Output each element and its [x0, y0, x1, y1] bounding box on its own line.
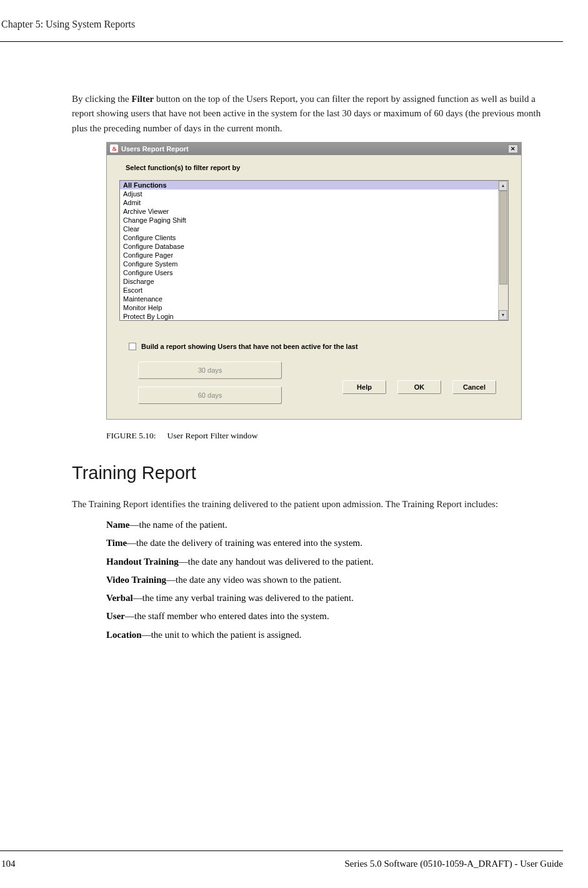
training-intro: The Training Report identifies the train… [72, 497, 547, 512]
sixty-days-button[interactable]: 60 days [138, 386, 282, 404]
scroll-down-icon[interactable]: ▾ [499, 310, 507, 320]
cancel-button[interactable]: Cancel [452, 380, 496, 394]
defn-desc: —the date the delivery of training was e… [127, 538, 362, 548]
ok-button[interactable]: OK [397, 380, 441, 394]
list-item[interactable]: Maintenance [120, 295, 498, 303]
dialog-bottom-row: 30 days 60 days Help OK Cancel [119, 361, 509, 410]
defn-desc: —the name of the patient. [130, 520, 227, 530]
figure-text: User Report Filter window [167, 431, 258, 440]
defn-term: User [106, 611, 125, 621]
list-item[interactable]: All Functions [120, 181, 498, 189]
filter-label: Select function(s) to filter report by [126, 164, 509, 171]
list-item[interactable]: Configure System [120, 260, 498, 268]
page-content: By clicking the Filter button on the top… [0, 92, 563, 642]
defn-term: Handout Training [106, 557, 179, 567]
defn-term: Name [106, 520, 130, 530]
defn-item: Verbal—the time any verbal training was … [106, 591, 547, 605]
defn-term: Video Training [106, 575, 166, 585]
list-item[interactable]: Adjust [120, 189, 498, 198]
scroll-up-icon[interactable]: ▴ [499, 181, 507, 191]
defn-desc: —the staff member who entered dates into… [125, 611, 329, 621]
action-buttons: Help OK Cancel [342, 380, 496, 394]
inactive-checkbox-label: Build a report showing Users that have n… [141, 343, 358, 350]
defn-term: Verbal [106, 593, 133, 603]
defn-item: Time—the date the delivery of training w… [106, 536, 547, 550]
defn-item: Handout Training—the date any handout wa… [106, 555, 547, 569]
defn-desc: —the unit to which the patient is assign… [142, 630, 302, 640]
list-item[interactable]: Protect By Login [120, 312, 498, 320]
footer-doc-title: Series 5.0 Software (0510-1059-A_DRAFT) … [344, 859, 563, 869]
list-item[interactable]: Clear [120, 225, 498, 233]
list-item[interactable]: Configure Clients [120, 233, 498, 242]
inactive-checkbox-row: Build a report showing Users that have n… [129, 343, 509, 350]
list-item[interactable]: Escort [120, 286, 498, 295]
defn-desc: —the time any verbal training was delive… [133, 593, 354, 603]
list-item[interactable]: Admit [120, 198, 498, 207]
dialog-title: Users Report Report [121, 145, 189, 153]
list-item[interactable]: Monitor Help [120, 303, 498, 312]
definition-list: Name—the name of the patient. Time—the d… [72, 518, 547, 642]
defn-desc: —the date any video was shown to the pat… [166, 575, 341, 585]
list-item[interactable]: Discharge [120, 277, 498, 286]
page-number: 104 [0, 859, 16, 869]
intro-prefix: By clicking the [72, 94, 131, 104]
defn-term: Time [106, 538, 127, 548]
list-item[interactable]: Change Paging Shift [120, 216, 498, 225]
defn-item: Location—the unit to which the patient i… [106, 628, 547, 642]
defn-desc: —the date any handout was delivered to t… [179, 557, 374, 567]
figure-caption: FIGURE 5.10:User Report Filter window [106, 431, 547, 441]
intro-bold: Filter [131, 94, 154, 104]
list-item[interactable]: Configure Pager [120, 251, 498, 260]
defn-item: User—the staff member who entered dates … [106, 609, 547, 623]
list-item[interactable]: Archive Viewer [120, 207, 498, 216]
figure-number: FIGURE 5.10: [106, 431, 156, 440]
thirty-days-button[interactable]: 30 days [138, 361, 282, 379]
function-listbox[interactable]: All Functions Adjust Admit Archive Viewe… [119, 180, 509, 321]
close-icon[interactable]: ✕ [508, 144, 518, 153]
help-button[interactable]: Help [342, 380, 386, 394]
listbox-items: All Functions Adjust Admit Archive Viewe… [120, 181, 498, 320]
defn-term: Location [106, 630, 142, 640]
training-report-heading: Training Report [72, 463, 547, 483]
scrollbar[interactable]: ▴ ▾ [498, 181, 508, 320]
dialog-body: Select function(s) to filter report by A… [107, 155, 521, 419]
list-item[interactable]: Configure Users [120, 268, 498, 277]
java-icon: ♨ [110, 144, 118, 153]
scroll-thumb[interactable] [499, 191, 507, 285]
list-item[interactable]: Configure Database [120, 242, 498, 251]
defn-item: Video Training—the date any video was sh… [106, 573, 547, 587]
titlebar-left: ♨ Users Report Report [110, 144, 189, 153]
defn-item: Name—the name of the patient. [106, 518, 547, 532]
page-header: Chapter 5: Using System Reports [0, 19, 563, 42]
inactive-checkbox[interactable] [129, 343, 136, 350]
days-buttons: 30 days 60 days [138, 361, 282, 404]
users-report-dialog: ♨ Users Report Report ✕ Select function(… [106, 142, 522, 420]
dialog-titlebar: ♨ Users Report Report ✕ [107, 143, 521, 155]
intro-paragraph: By clicking the Filter button on the top… [72, 92, 547, 136]
page-footer: 104 Series 5.0 Software (0510-1059-A_DRA… [0, 850, 563, 869]
